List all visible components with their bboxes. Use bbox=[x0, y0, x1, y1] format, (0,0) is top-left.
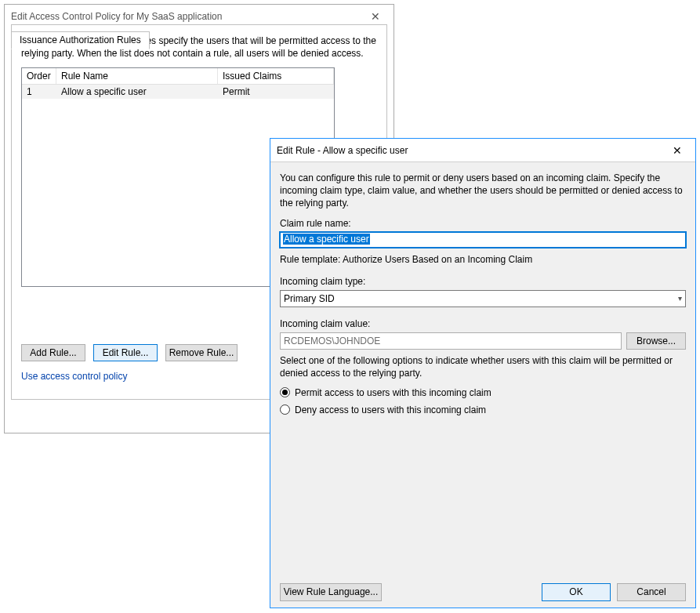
view-rule-language-button[interactable]: View Rule Language... bbox=[280, 583, 382, 601]
tab-issuance-authorization-rules[interactable]: Issuance Authorization Rules bbox=[11, 31, 150, 49]
rule-actions: Add Rule... Edit Rule... Remove Rule... bbox=[21, 344, 238, 361]
dialog-content: You can configure this rule to permit or… bbox=[270, 162, 695, 576]
claim-rule-name-value: Allow a specific user bbox=[283, 234, 370, 245]
incoming-claim-type-combobox[interactable]: Primary SID ▾ bbox=[280, 290, 686, 307]
remove-rule-button[interactable]: Remove Rule... bbox=[165, 344, 238, 361]
select-option-text: Select one of the following options to i… bbox=[280, 354, 686, 379]
radio-permit-label: Permit access to users with this incomin… bbox=[295, 387, 491, 398]
incoming-claim-value-label: Incoming claim value: bbox=[280, 318, 686, 329]
titlebar[interactable]: Edit Rule - Allow a specific user ✕ bbox=[270, 139, 695, 162]
browse-button[interactable]: Browse... bbox=[626, 332, 686, 350]
dialog-footer: View Rule Language... OK Cancel bbox=[270, 576, 695, 608]
radio-permit[interactable]: Permit access to users with this incomin… bbox=[280, 387, 686, 398]
cell-rule-name: Allow a specific user bbox=[56, 85, 218, 99]
radio-deny-icon bbox=[280, 404, 290, 415]
claim-rule-name-input[interactable]: Allow a specific user bbox=[280, 232, 686, 248]
cancel-button[interactable]: Cancel bbox=[617, 583, 686, 601]
radio-deny-label: Deny access to users with this incoming … bbox=[295, 404, 486, 415]
incoming-claim-type-label: Incoming claim type: bbox=[280, 276, 686, 287]
incoming-claim-value-text: RCDEMOS\JOHNDOE bbox=[284, 336, 380, 346]
add-rule-button[interactable]: Add Rule... bbox=[21, 344, 85, 361]
table-row[interactable]: 1 Allow a specific user Permit bbox=[22, 85, 334, 99]
use-access-control-policy-link[interactable]: Use access control policy bbox=[21, 371, 127, 382]
cell-order: 1 bbox=[22, 85, 56, 99]
close-icon[interactable]: ✕ bbox=[666, 139, 689, 162]
window-title: Edit Rule - Allow a specific user bbox=[277, 145, 408, 156]
intro-text: You can configure this rule to permit or… bbox=[280, 172, 686, 210]
column-issued-claims[interactable]: Issued Claims bbox=[218, 68, 334, 84]
grid-header: Order Rule Name Issued Claims bbox=[22, 68, 334, 85]
radio-permit-icon bbox=[280, 387, 290, 397]
rule-template-text: Rule template: Authorize Users Based on … bbox=[280, 254, 686, 265]
column-order[interactable]: Order bbox=[22, 68, 56, 84]
window-title: Edit Access Control Policy for My SaaS a… bbox=[11, 11, 222, 22]
edit-rule-button[interactable]: Edit Rule... bbox=[93, 344, 158, 361]
cell-issued-claims: Permit bbox=[218, 85, 334, 99]
incoming-claim-value-input[interactable]: RCDEMOS\JOHNDOE bbox=[280, 332, 622, 350]
column-rule-name[interactable]: Rule Name bbox=[56, 68, 218, 84]
edit-rule-window: Edit Rule - Allow a specific user ✕ You … bbox=[270, 138, 696, 608]
chevron-down-icon: ▾ bbox=[678, 294, 682, 303]
incoming-claim-type-value: Primary SID bbox=[284, 293, 335, 304]
ok-button[interactable]: OK bbox=[542, 583, 611, 601]
radio-deny[interactable]: Deny access to users with this incoming … bbox=[280, 404, 686, 415]
claim-rule-name-label: Claim rule name: bbox=[280, 218, 686, 229]
